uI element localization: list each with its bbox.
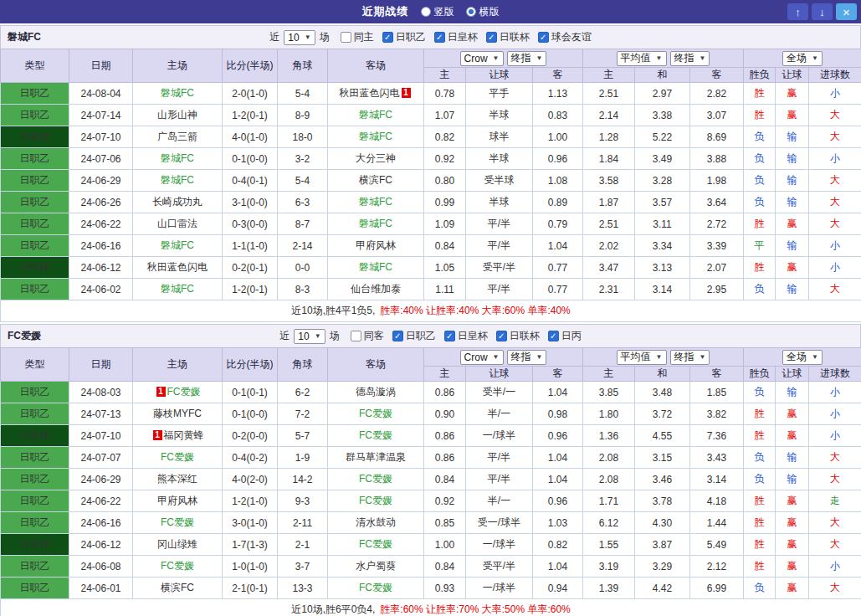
team-name: 磐城FC <box>359 109 392 121</box>
match-count-select[interactable]: 10 ▼ <box>294 329 325 344</box>
odds-index-select[interactable]: 终指▼ <box>507 350 547 365</box>
corner-cell: 2-14 <box>278 235 328 257</box>
close-button[interactable]: × <box>836 3 857 20</box>
titlebar-buttons: ↑ ↓ × <box>787 3 857 20</box>
scope-select[interactable]: 全场▼ <box>782 51 823 66</box>
col-home: 主场 <box>133 49 223 83</box>
bookmaker-select[interactable]: Crow▼ <box>460 350 504 365</box>
radio-selected-icon <box>466 7 476 17</box>
filter-checkbox-日职乙[interactable]: ✓日职乙 <box>382 30 426 44</box>
home-odds-cell: 1.00 <box>424 534 466 556</box>
result-wdl-cell: 负 <box>744 578 776 599</box>
avg-away-cell: 3.88 <box>690 148 744 170</box>
col-away: 客场 <box>328 348 424 382</box>
filter-checkbox-球会友谊[interactable]: ✓球会友谊 <box>538 30 592 44</box>
away-odds-cell: 1.04 <box>533 556 583 578</box>
home-team-cell: 长崎成功丸 <box>133 192 223 213</box>
col-odds-away: 客 <box>533 367 583 382</box>
result-wdl-cell: 负 <box>744 279 776 300</box>
match-row: 日职乙24-07-13藤枝MYFC0-1(0-0)7-2FC爱媛0.90半/一0… <box>1 403 861 425</box>
filter-checkbox-日联杯[interactable]: ✓日联杯 <box>486 30 530 44</box>
filter-checkbox-日丙[interactable]: ✓日丙 <box>548 329 582 343</box>
games-label: 场 <box>320 30 330 44</box>
avg-home-cell: 2.14 <box>583 105 635 126</box>
checkbox-checked-icon: ✓ <box>392 331 403 341</box>
checkbox-checked-icon: ✓ <box>496 331 507 341</box>
avg-home-cell: 2.51 <box>583 213 635 235</box>
result-wdl-cell: 负 <box>744 170 776 192</box>
result-wdl-cell: 胜 <box>744 83 776 105</box>
average-index-select[interactable]: 终指▼ <box>670 51 710 66</box>
avg-away-cell: 8.69 <box>690 126 744 148</box>
date-cell: 24-06-29 <box>69 170 133 192</box>
team-name: FC爱媛 <box>161 451 194 463</box>
team-name: 德岛漩涡 <box>356 386 396 398</box>
average-index-select[interactable]: 终指▼ <box>670 350 710 365</box>
scroll-up-button[interactable]: ↑ <box>787 3 808 20</box>
result-goals-cell: 大 <box>809 170 861 192</box>
filter-checkbox-日皇杯[interactable]: ✓日皇杯 <box>444 329 488 343</box>
scope-select[interactable]: 全场▼ <box>782 350 823 365</box>
avg-away-cell: 2.95 <box>690 279 744 300</box>
col-date: 日期 <box>69 49 133 83</box>
avg-away-cell: 5.49 <box>690 534 744 556</box>
down-arrow-icon: ↓ <box>819 6 825 18</box>
corner-cell: 18-0 <box>278 126 328 148</box>
summary-record: 近10场,胜6平0负4, <box>291 603 375 615</box>
home-odds-cell: 0.78 <box>424 83 466 105</box>
match-count-select[interactable]: 10 ▼ <box>284 30 315 45</box>
filter-bar: 近 10 ▼ 场 同主✓日职乙✓日皇杯✓日联杯✓球会友谊 <box>269 30 591 45</box>
team-name: 磐城FC <box>161 174 194 186</box>
bookmaker-value: Crow <box>464 53 488 64</box>
radio-vertical[interactable]: 竖版 <box>421 5 454 19</box>
odds-index-select[interactable]: 终指▼ <box>507 51 547 66</box>
filter-checkbox-同客[interactable]: 同客 <box>351 329 384 343</box>
average-select[interactable]: 平均值▼ <box>617 350 667 365</box>
competition-type-cell: 日职乙 <box>1 83 69 105</box>
filter-checkbox-同主[interactable]: 同主 <box>341 30 374 44</box>
checkbox-unchecked-icon <box>341 32 351 43</box>
avg-away-cell: 1.98 <box>690 170 744 192</box>
result-goals-cell: 小 <box>809 235 861 257</box>
home-team-cell: FC爱媛 <box>133 447 223 469</box>
corner-cell: 1-9 <box>278 447 328 469</box>
near-label: 近 <box>279 329 290 343</box>
col-result-handicap: 让球 <box>776 68 809 83</box>
result-handicap-cell: 赢 <box>776 257 809 279</box>
radio-horizontal[interactable]: 横版 <box>466 5 500 19</box>
team-name: 群马草津温泉 <box>346 451 406 463</box>
filter-checkbox-日皇杯[interactable]: ✓日皇杯 <box>434 30 478 44</box>
average-select[interactable]: 平均值▼ <box>617 51 667 66</box>
scroll-down-button[interactable]: ↓ <box>812 3 833 20</box>
result-goals-cell: 小 <box>809 382 861 403</box>
red-card-badge: 1 <box>153 430 162 440</box>
chevron-down-icon: ▼ <box>812 353 818 361</box>
result-handicap-cell: 输 <box>776 148 809 170</box>
avg-draw-cell: 3.13 <box>635 257 690 279</box>
filter-checkbox-label: 日皇杯 <box>448 30 478 44</box>
bookmaker-select[interactable]: Crow▼ <box>460 51 504 66</box>
filter-checkbox-label: 日丙 <box>561 329 582 343</box>
competition-type-cell: 日职乙 <box>1 192 69 213</box>
away-team-cell: FC爱媛 <box>328 469 424 490</box>
handicap-cell: 平/半 <box>466 279 533 300</box>
result-goals-cell: 小 <box>809 425 861 447</box>
away-odds-cell: 1.04 <box>533 447 583 469</box>
filter-checkbox-日职乙[interactable]: ✓日职乙 <box>392 329 436 343</box>
odds-group-header: Crow▼ 终指▼ <box>424 348 583 367</box>
home-odds-cell: 0.86 <box>424 382 466 403</box>
titlebar: 近期战绩 竖版 横版 ↑ ↓ × <box>0 0 861 23</box>
avg-home-cell: 1.84 <box>583 148 635 170</box>
handicap-cell: 平/半 <box>466 447 533 469</box>
col-result-wdl: 胜负 <box>744 68 776 83</box>
home-odds-cell: 0.92 <box>424 490 466 512</box>
average-value: 平均值 <box>621 51 651 65</box>
result-wdl-cell: 胜 <box>744 490 776 512</box>
chevron-down-icon: ▼ <box>656 353 663 361</box>
away-team-cell: 群马草津温泉 <box>328 447 424 469</box>
score-cell: 0-2(0-0) <box>223 425 278 447</box>
chevron-down-icon: ▼ <box>493 353 500 361</box>
col-avg-home: 主 <box>583 68 635 83</box>
result-handicap-cell: 输 <box>776 469 809 490</box>
filter-checkbox-日联杯[interactable]: ✓日联杯 <box>496 329 540 343</box>
